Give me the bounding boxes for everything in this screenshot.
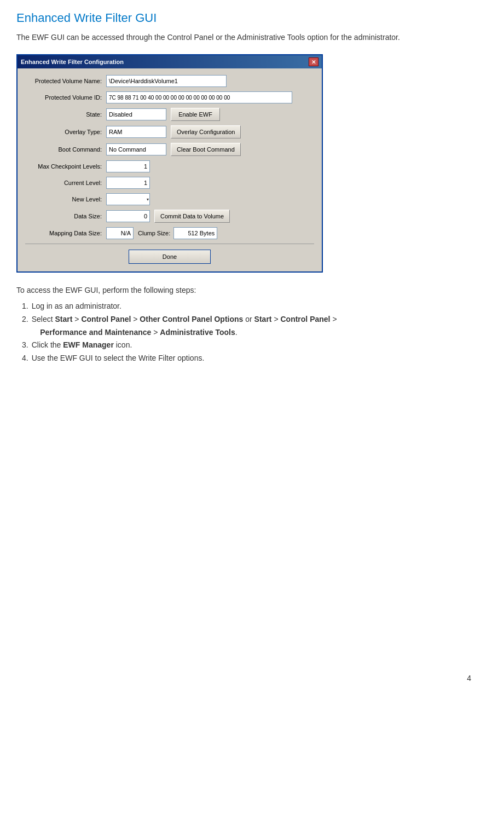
protected-volume-id-label: Protected Volume ID: xyxy=(25,94,106,101)
step-2: 2. Select Start > Control Panel > Other … xyxy=(22,313,488,339)
clump-size-label: Clump Size: xyxy=(138,230,170,236)
step-1-number: 1. xyxy=(22,300,28,313)
dialog-close-button[interactable]: ✕ xyxy=(309,57,318,66)
step-2-text: Select Start > Control Panel > Other Con… xyxy=(32,313,337,339)
boot-command-input xyxy=(106,143,166,155)
new-level-input[interactable] xyxy=(106,193,150,205)
mapping-data-size-input xyxy=(106,227,134,239)
bottom-spacer: 4 xyxy=(16,365,488,693)
max-checkpoint-row: Max Checkpoint Levels: xyxy=(25,160,314,172)
clump-size-group: Clump Size: xyxy=(138,227,217,239)
dialog-titlebar: Enhanced Write Filter Configuration ✕ xyxy=(18,55,322,68)
protected-volume-id-input[interactable] xyxy=(106,91,292,103)
step-1: 1. Log in as an administrator. xyxy=(22,300,488,313)
steps-intro: To access the EWF GUI, perform the follo… xyxy=(16,286,488,294)
boot-command-row: Boot Command: Clear Boot Command xyxy=(25,143,314,156)
boot-command-label: Boot Command: xyxy=(25,146,106,153)
steps-list: 1. Log in as an administrator. 2. Select… xyxy=(22,300,488,365)
mapping-data-size-label: Mapping Data Size: xyxy=(25,230,106,236)
new-level-dropdown-arrow: ▾ xyxy=(147,197,149,202)
overlay-type-label: Overlay Type: xyxy=(25,129,106,135)
current-level-input xyxy=(106,177,150,189)
step-3: 3. Click the EWF Manager icon. xyxy=(22,339,488,352)
clear-boot-command-button[interactable]: Clear Boot Command xyxy=(171,143,241,156)
max-checkpoint-label: Max Checkpoint Levels: xyxy=(25,163,106,170)
protected-volume-id-row: Protected Volume ID: xyxy=(25,91,314,103)
step-3-text: Click the EWF Manager icon. xyxy=(32,339,132,352)
current-level-label: Current Level: xyxy=(25,180,106,186)
state-input xyxy=(106,108,166,120)
clump-size-input xyxy=(173,227,217,239)
commit-data-button[interactable]: Commit Data to Volume xyxy=(154,210,230,223)
step-4-text: Use the EWF GUI to select the Write Filt… xyxy=(32,352,205,365)
protected-volume-name-input[interactable] xyxy=(106,75,227,87)
separator xyxy=(25,244,314,244)
new-level-dropdown-wrapper[interactable]: ▾ xyxy=(106,193,150,205)
mapping-data-size-row: Mapping Data Size: Clump Size: xyxy=(25,227,314,239)
new-level-row: New Level: ▾ xyxy=(25,193,314,205)
data-size-row: Data Size: Commit Data to Volume xyxy=(25,210,314,223)
dialog-wrapper: Enhanced Write Filter Configuration ✕ Pr… xyxy=(16,54,488,273)
step-4-number: 4. xyxy=(22,352,28,365)
step-4: 4. Use the EWF GUI to select the Write F… xyxy=(22,352,488,365)
ewf-dialog: Enhanced Write Filter Configuration ✕ Pr… xyxy=(16,54,323,273)
dialog-title: Enhanced Write Filter Configuration xyxy=(21,59,124,65)
overlay-type-row: Overlay Type: Overlay Configuration xyxy=(25,125,314,138)
state-row: State: Enable EWF xyxy=(25,108,314,121)
page-number: 4 xyxy=(467,674,471,683)
done-button-row: Done xyxy=(25,250,314,264)
state-label: State: xyxy=(25,111,106,118)
new-level-label: New Level: xyxy=(25,196,106,203)
intro-text: The EWF GUI can be accessed through the … xyxy=(16,32,488,43)
data-size-input xyxy=(106,210,150,222)
done-button[interactable]: Done xyxy=(129,250,211,264)
current-level-row: Current Level: xyxy=(25,177,314,189)
protected-volume-name-row: Protected Volume Name: xyxy=(25,75,314,87)
protected-volume-name-label: Protected Volume Name: xyxy=(25,78,106,84)
step-2-number: 2. xyxy=(22,313,28,339)
overlay-type-input xyxy=(106,126,166,138)
step-1-text: Log in as an administrator. xyxy=(32,300,121,313)
overlay-configuration-button[interactable]: Overlay Configuration xyxy=(171,125,241,138)
step-3-number: 3. xyxy=(22,339,28,352)
page-title: Enhanced Write Filter GUI xyxy=(16,11,488,25)
max-checkpoint-input xyxy=(106,160,150,172)
dialog-body: Protected Volume Name: Protected Volume … xyxy=(18,68,322,271)
data-size-label: Data Size: xyxy=(25,213,106,219)
enable-ewf-button[interactable]: Enable EWF xyxy=(171,108,220,121)
